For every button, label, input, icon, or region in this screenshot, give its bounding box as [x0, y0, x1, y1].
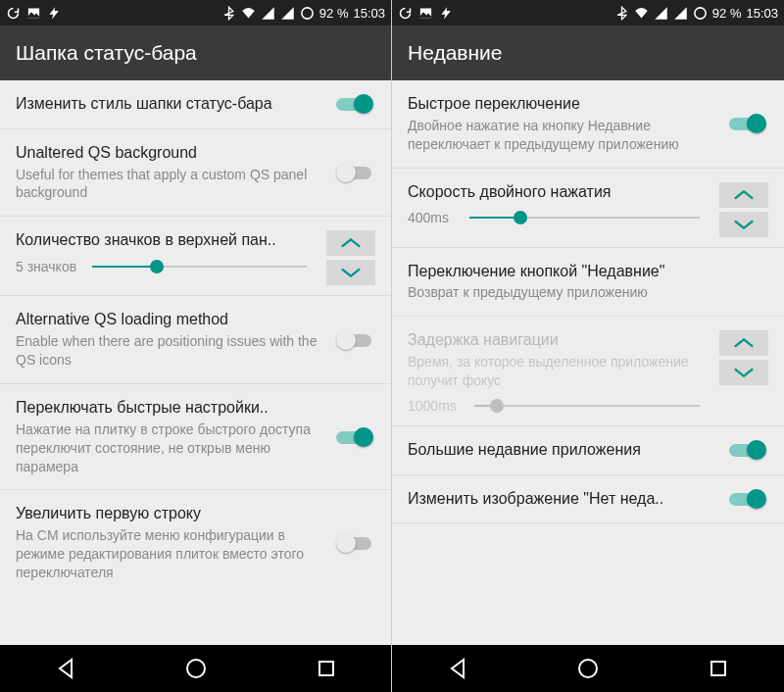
nav-back-button[interactable]	[428, 649, 487, 688]
phone-left: 92 % 15:03 Шапка статус-бара Изменить ст…	[0, 0, 392, 692]
wifi-icon	[241, 6, 256, 21]
battery-text: 92 %	[319, 6, 349, 21]
row-large-recents[interactable]: Большие недавние приложения	[392, 426, 784, 475]
step-down-button[interactable]	[719, 360, 768, 385]
row-title: Увеличить первую строку	[16, 504, 324, 524]
row-title: Unaltered QS background	[16, 143, 324, 164]
slider-icon-count[interactable]	[92, 257, 307, 276]
row-sub: Useful for themes that apply a custom QS…	[16, 166, 324, 203]
content-right[interactable]: Быстрое переключение Двойное нажатие на …	[392, 80, 784, 645]
toggle-change-image[interactable]	[729, 489, 768, 509]
svg-point-5	[695, 7, 706, 18]
phone-right: 92 % 15:03 Недавние Быстрое переключение…	[392, 0, 784, 692]
bolt-icon	[439, 6, 454, 21]
slider-value: 1000ms	[408, 398, 466, 414]
row-recents-button-switch[interactable]: Переключение кнопкой "Недавние" Возврат …	[392, 248, 784, 318]
bluetooth-icon	[614, 6, 629, 21]
row-change-image[interactable]: Изменить изображение "Нет неда..	[392, 475, 784, 524]
svg-point-6	[579, 660, 597, 677]
row-expand-first[interactable]: Увеличить первую строку На CM используйт…	[0, 490, 391, 595]
row-sub: Нажатие на плитку в строке быстрого дост…	[16, 420, 324, 476]
wifi-icon	[634, 6, 649, 21]
toggle-alt-qs[interactable]	[336, 330, 375, 350]
row-unaltered-qs[interactable]: Unaltered QS background Useful for theme…	[0, 129, 391, 218]
image-icon	[26, 6, 41, 21]
toggle-qs-switch[interactable]	[336, 427, 375, 447]
refresh-icon	[6, 6, 21, 21]
refresh-icon	[398, 6, 413, 21]
bluetooth-icon	[221, 6, 236, 21]
signal-icon	[280, 6, 295, 21]
battery-circle-icon	[300, 6, 315, 21]
navbar	[0, 645, 391, 692]
row-nav-delay: Задержка навигации Время, за которое выд…	[392, 317, 784, 426]
toggle-fast-switch[interactable]	[729, 114, 768, 133]
step-up-button[interactable]	[719, 330, 768, 356]
battery-text: 92 %	[712, 6, 742, 21]
row-style-header[interactable]: Изменить стиль шапки статус-бара	[0, 80, 391, 129]
slider-value: 400ms	[408, 210, 462, 225]
row-double-tap-speed[interactable]: Скорость двойного нажатия 400ms	[392, 169, 784, 248]
row-sub: Enable when there are positioning issues…	[16, 332, 324, 370]
slider-double-tap[interactable]	[469, 208, 700, 227]
appbar: Недавние	[392, 25, 784, 80]
signal-icon	[261, 6, 275, 21]
row-title: Задержка навигации	[408, 330, 708, 351]
nav-recents-button[interactable]	[297, 649, 356, 688]
slider-nav-delay	[474, 396, 700, 416]
toggle-style-header[interactable]	[336, 94, 375, 114]
row-title: Изменить стиль шапки статус-бара	[16, 94, 324, 115]
step-up-button[interactable]	[326, 230, 375, 256]
svg-point-1	[302, 7, 313, 18]
signal-icon	[673, 6, 688, 21]
row-sub: Время, за которое выделенное приложение …	[408, 353, 708, 390]
toggle-expand-first[interactable]	[336, 533, 375, 553]
statusbar: 92 % 15:03	[392, 0, 784, 25]
row-sub: Двойное нажатие на кнопку Недавние перек…	[408, 117, 717, 154]
stepper-double-tap	[719, 182, 768, 237]
clock-text: 15:03	[746, 6, 778, 21]
row-title: Alternative QS loading method	[16, 310, 324, 330]
row-alt-qs-loading[interactable]: Alternative QS loading method Enable whe…	[0, 296, 391, 384]
row-sub: На CM используйте меню конфигурации в ре…	[16, 526, 324, 582]
svg-point-2	[187, 660, 205, 677]
nav-home-button[interactable]	[167, 649, 225, 688]
row-title: Скорость двойного нажатия	[408, 182, 708, 203]
toggle-large-recents[interactable]	[729, 440, 768, 460]
row-title: Быстрое переключение	[408, 94, 717, 115]
nav-home-button[interactable]	[559, 649, 617, 688]
clock-text: 15:03	[353, 6, 385, 21]
row-icon-count[interactable]: Количество значков в верхней пан.. 5 зна…	[0, 217, 391, 296]
row-title: Количество значков в верхней пан..	[16, 230, 315, 251]
step-down-button[interactable]	[719, 212, 768, 237]
statusbar: 92 % 15:03	[0, 0, 391, 25]
nav-recents-button[interactable]	[689, 649, 748, 688]
row-title: Переключение кнопкой "Недавние"	[408, 262, 768, 282]
toggle-unaltered-qs[interactable]	[336, 163, 375, 182]
stepper-nav-delay	[719, 330, 768, 385]
step-up-button[interactable]	[719, 182, 768, 208]
slider-value: 5 значков	[16, 259, 84, 274]
row-quick-settings-switch[interactable]: Переключать быстрые настройки.. Нажатие …	[0, 384, 391, 490]
appbar: Шапка статус-бара	[0, 25, 391, 80]
page-title: Шапка статус-бара	[16, 41, 197, 65]
nav-back-button[interactable]	[36, 649, 95, 688]
row-title: Изменить изображение "Нет неда..	[408, 489, 717, 510]
step-down-button[interactable]	[326, 260, 375, 285]
svg-rect-7	[711, 662, 725, 675]
image-icon	[418, 6, 433, 21]
row-fast-switch[interactable]: Быстрое переключение Двойное нажатие на …	[392, 80, 784, 169]
bolt-icon	[47, 6, 62, 21]
navbar	[392, 645, 784, 692]
page-title: Недавние	[408, 41, 502, 65]
battery-circle-icon	[693, 6, 708, 21]
row-title: Большие недавние приложения	[408, 440, 717, 461]
row-sub: Возврат к предыдущему приложению	[408, 283, 768, 302]
content-left[interactable]: Изменить стиль шапки статус-бара Unalter…	[0, 80, 391, 645]
svg-rect-3	[319, 662, 333, 675]
row-title: Переключать быстрые настройки..	[16, 398, 324, 419]
stepper-icon-count	[326, 230, 375, 285]
signal-icon	[654, 6, 668, 21]
